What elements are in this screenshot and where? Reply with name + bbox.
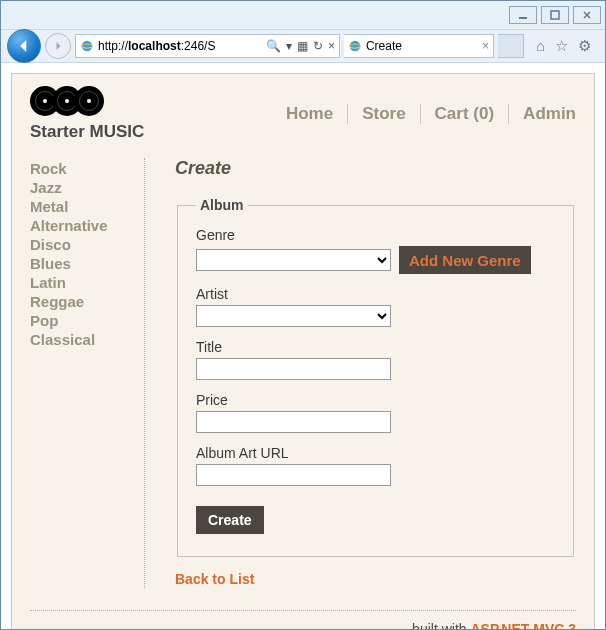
window-maximize-button[interactable] [541,6,569,24]
footer-link[interactable]: ASP.NET MVC 3 [470,621,576,629]
refresh-icon[interactable]: ↻ [313,39,323,53]
genre-link[interactable]: Blues [30,255,144,272]
svg-point-4 [350,41,361,52]
art-url-input[interactable] [196,464,391,486]
browser-chrome-icons: ⌂ ☆ ⚙ [528,37,599,55]
browser-window: http://localhost:246/S 🔍 ▾ ▦ ↻ × Create … [0,0,606,630]
genre-link[interactable]: Classical [30,331,144,348]
nav-home[interactable]: Home [272,104,348,124]
page: Starter MUSIC Home Store Cart (0) Admin … [11,73,595,629]
genre-link[interactable]: Rock [30,160,144,177]
field-genre: Genre Add New Genre [196,227,555,274]
field-artist: Artist [196,286,555,327]
nav-forward-button[interactable] [45,33,71,59]
address-text: http://localhost:246/S [98,39,262,53]
svg-rect-1 [551,11,559,19]
home-icon[interactable]: ⌂ [536,37,545,55]
label-artist: Artist [196,286,555,302]
tab-close-icon[interactable]: × [482,39,489,53]
window-close-button[interactable] [573,6,601,24]
label-art-url: Album Art URL [196,445,555,461]
window-titlebar [1,1,605,29]
nav-store[interactable]: Store [348,104,420,124]
artist-select[interactable] [196,305,391,327]
genre-link[interactable]: Alternative [30,217,144,234]
field-art-url: Album Art URL [196,445,555,486]
compat-icon[interactable]: ▦ [297,39,308,53]
genre-link[interactable]: Disco [30,236,144,253]
add-genre-button[interactable]: Add New Genre [399,246,531,274]
search-icon[interactable]: 🔍 [266,39,281,53]
nav-cart[interactable]: Cart (0) [421,104,510,124]
genre-sidenav: RockJazzMetalAlternativeDiscoBluesLatinR… [30,158,145,588]
dropdown-icon[interactable]: ▾ [286,39,292,53]
album-fieldset: Album Genre Add New Genre Artist [177,197,574,557]
genre-link[interactable]: Metal [30,198,144,215]
svg-point-2 [82,41,93,52]
genre-select[interactable] [196,249,391,271]
top-nav: Home Store Cart (0) Admin [272,104,576,124]
browser-viewport: Starter MUSIC Home Store Cart (0) Admin … [1,63,605,629]
address-bar[interactable]: http://localhost:246/S 🔍 ▾ ▦ ↻ × [75,34,340,58]
price-input[interactable] [196,411,391,433]
browser-tab[interactable]: Create × [344,34,494,58]
back-to-list-link[interactable]: Back to List [175,571,254,587]
label-title: Title [196,339,555,355]
tools-icon[interactable]: ⚙ [578,37,591,55]
logo-block: Starter MUSIC [30,86,144,142]
genre-link[interactable]: Pop [30,312,144,329]
nav-admin[interactable]: Admin [509,104,576,124]
window-minimize-button[interactable] [509,6,537,24]
svg-rect-0 [519,17,527,19]
label-genre: Genre [196,227,555,243]
new-tab-button[interactable] [498,34,524,58]
page-title: Create [175,158,576,179]
field-title: Title [196,339,555,380]
field-price: Price [196,392,555,433]
browser-toolbar: http://localhost:246/S 🔍 ▾ ▦ ↻ × Create … [1,29,605,63]
create-button[interactable]: Create [196,506,264,534]
url-rest: :246/S [181,39,216,53]
nav-back-button[interactable] [7,29,41,63]
ie-icon [348,39,362,53]
stop-icon[interactable]: × [328,39,335,53]
main-area: RockJazzMetalAlternativeDiscoBluesLatinR… [30,158,576,588]
address-bar-icons: 🔍 ▾ ▦ ↻ × [266,39,335,53]
tab-title: Create [366,39,402,53]
label-price: Price [196,392,555,408]
genre-link[interactable]: Jazz [30,179,144,196]
genre-link[interactable]: Latin [30,274,144,291]
footer: built with ASP.NET MVC 3 [30,610,576,629]
fieldset-legend: Album [196,197,248,213]
title-input[interactable] [196,358,391,380]
footer-prefix: built with [412,621,470,629]
body-content: Create Album Genre Add New Genre Artist [145,158,576,588]
url-prefix: http:// [98,39,128,53]
logo-icon [30,86,144,116]
genre-link[interactable]: Reggae [30,293,144,310]
site-header: Starter MUSIC Home Store Cart (0) Admin [30,86,576,142]
brand-text: Starter MUSIC [30,122,144,142]
favorites-icon[interactable]: ☆ [555,37,568,55]
url-host: localhost [128,39,181,53]
ie-icon [80,39,94,53]
